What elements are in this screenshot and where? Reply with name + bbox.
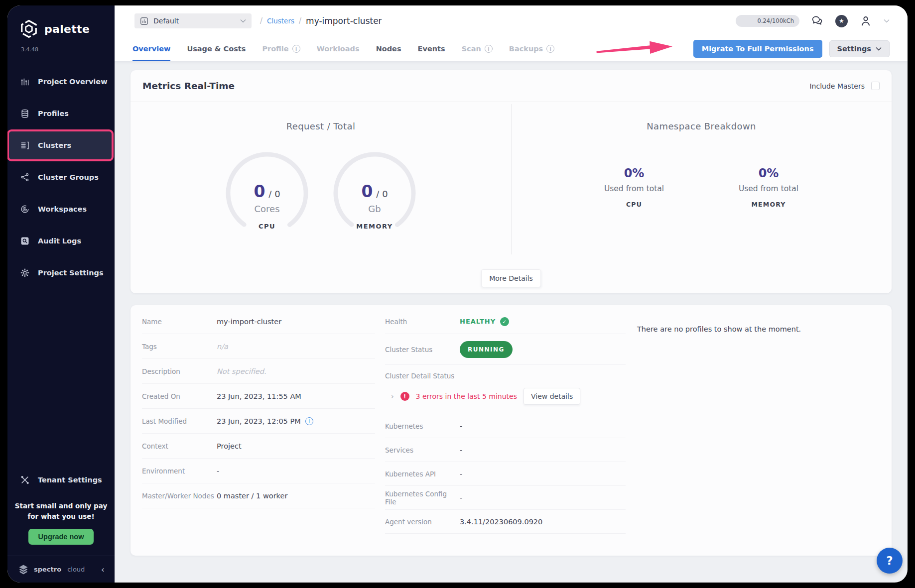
- cluster-list-icon: [20, 140, 30, 150]
- table-row: Kubernetes API-: [385, 462, 626, 486]
- star-icon[interactable]: ★: [835, 15, 848, 27]
- promo-line1: Start small and only pay: [14, 501, 108, 511]
- promo-line2: for what you use!: [14, 511, 108, 522]
- collapse-sidebar-icon[interactable]: ‹: [101, 565, 105, 574]
- cluster-details-card: Namemy-import-cluster Tagsn/a Descriptio…: [131, 305, 892, 556]
- info-icon: i: [485, 45, 493, 53]
- tab-scan[interactable]: Scani: [462, 36, 493, 61]
- sidebar-item-profiles[interactable]: Profiles: [7, 98, 115, 129]
- cpu-request-value: 0: [254, 182, 265, 201]
- chevron-down-icon[interactable]: [884, 19, 890, 23]
- tab-nodes[interactable]: Nodes: [376, 36, 401, 61]
- kubernetes-config-file-value: -: [460, 494, 462, 502]
- sidebar-item-workspaces[interactable]: Workspaces: [7, 193, 115, 225]
- services-value: -: [460, 446, 462, 454]
- info-icon[interactable]: i: [305, 417, 313, 425]
- layers-icon: [20, 109, 30, 118]
- topbar-row-2: Overview Usage & Costs Profilei Workload…: [115, 36, 908, 61]
- migrate-to-full-permissions-button[interactable]: Migrate To Full Permissions: [693, 40, 822, 58]
- workspace-icon: [20, 204, 30, 214]
- table-row: Kubernetes Config File-: [385, 486, 626, 510]
- table-row: ContextProject: [142, 434, 375, 459]
- more-details-button[interactable]: More Details: [481, 269, 541, 287]
- gauges-row: 0 / 0 Cores CPU: [131, 150, 511, 248]
- breadcrumb-separator: /: [260, 16, 262, 25]
- breadcrumb-current: my-import-cluster: [306, 16, 382, 26]
- tab-workloads[interactable]: Workloads: [317, 36, 360, 61]
- tab-events[interactable]: Events: [418, 36, 445, 61]
- sidebar-item-label: Audit Logs: [38, 237, 81, 245]
- memory-gauge: 0 / 0 Gb MEMORY: [332, 150, 417, 248]
- sidebar-item-project-settings[interactable]: Project Settings: [7, 257, 115, 289]
- memory-used-label: Used from total: [731, 184, 806, 193]
- info-icon: i: [292, 45, 300, 53]
- cpu-caption: CPU: [224, 223, 310, 230]
- project-chart-icon: [140, 17, 148, 25]
- chevron-right-icon[interactable]: ›: [391, 392, 394, 400]
- sidebar-item-tenant-settings[interactable]: Tenant Settings: [7, 464, 115, 496]
- sidebar-item-label: Workspaces: [38, 205, 87, 213]
- sidebar-menu: Project Overview Profiles Clusters Clust…: [7, 66, 115, 289]
- cluster-status-column: Health HEALTHY ✓ Cluster Status RUNNING …: [385, 309, 626, 546]
- include-masters-checkbox[interactable]: [871, 82, 880, 90]
- tools-icon: [20, 475, 30, 485]
- cpu-used-label: Used from total: [597, 184, 671, 193]
- environment-value: -: [217, 467, 219, 475]
- cluster-status-badge: RUNNING: [460, 341, 513, 358]
- chevron-down-icon: [240, 19, 246, 23]
- usage-quota-badge: 0.24/100kCh: [736, 15, 799, 27]
- sidebar-item-cluster-groups[interactable]: Cluster Groups: [7, 161, 115, 193]
- error-summary-row: › ! 3 errors in the last 5 minutes View …: [385, 388, 626, 405]
- cpu-gauge: 0 / 0 Cores CPU: [224, 150, 310, 248]
- error-summary-text: 3 errors in the last 5 minutes: [416, 392, 517, 400]
- chat-icon[interactable]: [811, 14, 824, 27]
- tags-value: n/a: [217, 343, 228, 351]
- table-row: Last Modified 23 Jun, 2023, 12:05 PM i: [142, 409, 375, 434]
- sidebar-item-clusters[interactable]: Clusters: [7, 129, 114, 161]
- request-total-section: Request / Total 0 / 0: [131, 102, 511, 293]
- tab-backups[interactable]: Backupsi: [509, 36, 554, 61]
- chevron-down-icon: [876, 47, 882, 51]
- project-selector[interactable]: Default: [134, 13, 252, 28]
- metrics-realtime-card: Metrics Real-Time Include Masters Reques…: [131, 70, 892, 293]
- detail-status-label: Cluster Detail Status: [385, 372, 626, 380]
- sidebar-item-label: Project Overview: [38, 78, 108, 86]
- network-nodes-icon: [20, 172, 30, 182]
- breadcrumb-clusters-link[interactable]: Clusters: [267, 17, 294, 25]
- sidebar-item-audit-logs[interactable]: Audit Logs: [7, 225, 115, 257]
- sidebar-item-label: Profiles: [38, 110, 69, 118]
- tab-usage-costs[interactable]: Usage & Costs: [187, 36, 246, 61]
- table-row: Health HEALTHY ✓: [385, 309, 626, 334]
- table-row: Kubernetes-: [385, 414, 626, 438]
- sidebar-item-label: Tenant Settings: [38, 476, 102, 484]
- tab-profile[interactable]: Profilei: [262, 36, 300, 61]
- tab-overview[interactable]: Overview: [132, 36, 170, 61]
- metrics-body: Request / Total 0 / 0: [131, 102, 892, 293]
- memory-request-value: 0: [361, 182, 373, 201]
- error-badge-icon: !: [400, 392, 409, 401]
- table-row: DescriptionNot specified.: [142, 359, 375, 384]
- memory-caption: MEMORY: [332, 223, 417, 230]
- footer-brand-suffix: cloud: [67, 566, 85, 573]
- check-circle-icon: ✓: [500, 317, 509, 326]
- last-modified-value: 23 Jun, 2023, 12:05 PM: [217, 417, 301, 425]
- master-worker-nodes-value: 0 master / 1 worker: [217, 492, 287, 500]
- upgrade-promo: Start small and only pay for what you us…: [7, 496, 115, 548]
- table-row: Environment-: [142, 459, 375, 483]
- table-row: Namemy-import-cluster: [142, 309, 375, 334]
- agent-version-value: 3.4.11/20230609.0920: [460, 518, 542, 526]
- metrics-divider: [511, 104, 512, 254]
- request-total-title: Request / Total: [131, 121, 511, 131]
- help-button[interactable]: ?: [877, 548, 903, 574]
- user-icon[interactable]: [859, 14, 872, 27]
- cluster-info-column: Namemy-import-cluster Tagsn/a Descriptio…: [142, 309, 375, 546]
- sidebar-item-project-overview[interactable]: Project Overview: [7, 66, 115, 98]
- context-value: Project: [217, 442, 242, 450]
- upgrade-now-button[interactable]: Upgrade now: [28, 529, 94, 545]
- settings-button[interactable]: Settings: [829, 40, 890, 57]
- kubernetes-value: -: [460, 422, 462, 430]
- gear-icon: [20, 268, 30, 278]
- view-details-button[interactable]: View details: [523, 388, 580, 405]
- brand-logo: palette: [7, 5, 115, 38]
- metrics-header: Metrics Real-Time Include Masters: [131, 70, 892, 102]
